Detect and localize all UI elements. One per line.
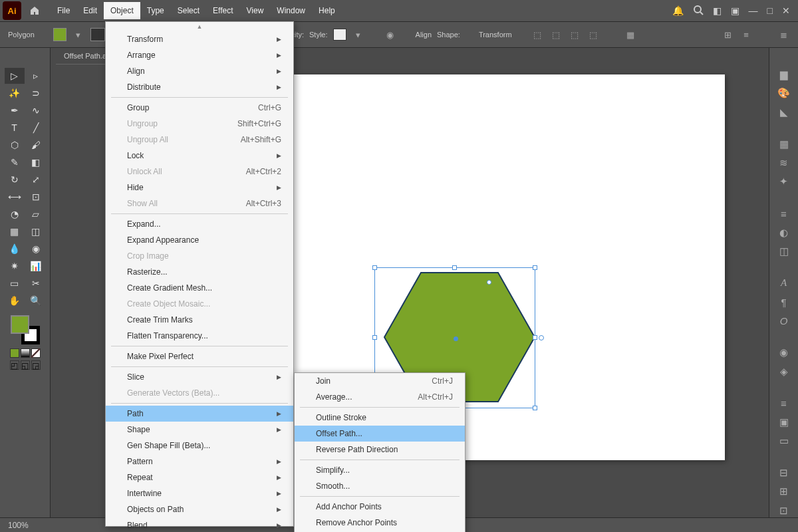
chevron-down-icon[interactable]: ▾	[72, 28, 85, 41]
close-icon[interactable]: ✕	[782, 5, 790, 16]
menu-file[interactable]: File	[51, 2, 76, 19]
shaper-tool[interactable]: ✎	[5, 154, 25, 170]
properties-icon[interactable]: ▆	[775, 68, 793, 81]
shape-label[interactable]: Shape:	[437, 31, 460, 39]
menuitem-blend[interactable]: Blend▶	[106, 517, 293, 532]
home-icon[interactable]	[27, 3, 43, 19]
free-transform-tool[interactable]: ⊡	[26, 189, 46, 205]
rotate-tool[interactable]: ↻	[5, 172, 25, 188]
center-point[interactable]	[454, 336, 458, 341]
color-guide-icon[interactable]: ◣	[775, 106, 793, 119]
menu-select[interactable]: Select	[171, 2, 206, 19]
zoom-tool[interactable]: 🔍	[26, 293, 46, 309]
pref1-icon[interactable]: ⊞	[721, 28, 734, 41]
menuitem-path[interactable]: Path▶	[106, 406, 293, 422]
menuitem-repeat[interactable]: Repeat▶	[106, 469, 293, 485]
menuitem-join[interactable]: JoinCtrl+J	[295, 373, 465, 389]
style-swatch[interactable]	[333, 29, 346, 41]
artboard-tool[interactable]: ▭	[5, 275, 25, 291]
color-icon[interactable]: 🎨	[775, 86, 793, 100]
live-shape-widget[interactable]	[539, 335, 544, 340]
maximize-icon[interactable]: □	[767, 5, 773, 16]
opentype-icon[interactable]: O	[775, 314, 793, 327]
stroke-swatch[interactable]	[90, 28, 105, 41]
none-mode[interactable]	[31, 348, 41, 358]
scale-tool[interactable]: ⤢	[26, 172, 46, 188]
handle-br[interactable]	[533, 406, 537, 410]
menuitem-objects-on-path[interactable]: Objects on Path▶	[106, 501, 293, 517]
menuitem-group[interactable]: GroupCtrl+G	[106, 100, 293, 116]
menuitem-offset-path-[interactable]: Offset Path...	[295, 426, 465, 442]
handle-mr[interactable]	[533, 335, 537, 340]
paragraph-icon[interactable]: ¶	[775, 295, 793, 309]
workspace-icon[interactable]: ◧	[713, 5, 722, 16]
fill-stroke-control[interactable]	[11, 315, 40, 344]
swatches-icon[interactable]: ▦	[775, 138, 793, 151]
menuitem-expand-appearance[interactable]: Expand Appearance	[106, 232, 293, 248]
line-tool[interactable]: ╱	[26, 120, 46, 136]
menu-type[interactable]: Type	[140, 2, 171, 19]
minimize-icon[interactable]: —	[749, 5, 758, 16]
curvature-tool[interactable]: ∿	[26, 102, 46, 118]
menuitem-rasterize-[interactable]: Rasterize...	[106, 264, 293, 280]
fill-color[interactable]	[11, 315, 29, 334]
scroll-up-icon[interactable]: ▲	[197, 23, 203, 30]
menuitem-intertwine[interactable]: Intertwine▶	[106, 485, 293, 501]
menuitem-remove-anchor-points[interactable]: Remove Anchor Points	[295, 515, 465, 531]
chevron-down-icon[interactable]: ▾	[352, 28, 365, 41]
asset-export-icon[interactable]: ▣	[775, 416, 793, 429]
pref3-icon[interactable]: ≣	[777, 28, 790, 41]
search-icon[interactable]	[693, 5, 704, 17]
isolate-icon[interactable]: ⬚	[531, 28, 544, 41]
graph-tool[interactable]: 📊	[26, 258, 46, 274]
menuitem-hide[interactable]: Hide▶	[106, 180, 293, 196]
align-panel-icon[interactable]: ⊟	[775, 466, 793, 479]
menuitem-simplify-[interactable]: Simplify...	[295, 462, 465, 478]
isolate3-icon[interactable]: ⬚	[568, 28, 581, 41]
gradient-icon[interactable]: ◐	[775, 225, 793, 239]
pref2-icon[interactable]: ≡	[739, 28, 753, 41]
handle-tl[interactable]	[372, 265, 377, 270]
width-tool[interactable]: ⟷	[5, 189, 25, 205]
menuitem-add-anchor-points[interactable]: Add Anchor Points	[295, 499, 465, 515]
menu-effect[interactable]: Effect	[206, 2, 239, 19]
draw-normal[interactable]: ◰	[10, 360, 19, 370]
menuitem-slice[interactable]: Slice▶	[106, 369, 293, 385]
symbol-sprayer-tool[interactable]: ✷	[5, 258, 25, 274]
arrange-icon[interactable]: ▣	[731, 5, 739, 16]
paintbrush-tool[interactable]: 🖌	[26, 137, 46, 153]
transparency-icon[interactable]: ◫	[775, 245, 793, 258]
menuitem-reverse-path-direction[interactable]: Reverse Path Direction	[295, 442, 465, 458]
menuitem-create-trim-marks[interactable]: Create Trim Marks	[106, 312, 293, 328]
menuitem-pattern[interactable]: Pattern▶	[106, 454, 293, 469]
menuitem-outline-stroke[interactable]: Outline Stroke	[295, 410, 465, 426]
fill-swatch[interactable]	[53, 28, 66, 41]
mesh-tool[interactable]: ▦	[5, 223, 25, 239]
menuitem-expand-[interactable]: Expand...	[106, 216, 293, 232]
menuitem-smooth-[interactable]: Smooth...	[295, 478, 465, 494]
menuitem-lock[interactable]: Lock▶	[106, 148, 293, 164]
menuitem-average-[interactable]: Average...Alt+Ctrl+J	[295, 389, 465, 405]
menuitem-make-pixel-perfect[interactable]: Make Pixel Perfect	[106, 348, 293, 364]
hand-tool[interactable]: ✋	[5, 293, 25, 309]
type-tool[interactable]: T	[5, 120, 25, 136]
artboards-icon[interactable]: ▭	[775, 434, 793, 448]
layers-icon[interactable]: ≡	[775, 396, 793, 410]
symbols-icon[interactable]: ✦	[775, 175, 793, 188]
brushes-icon[interactable]: ≋	[775, 156, 793, 170]
stroke-icon[interactable]: ≡	[775, 207, 793, 220]
magic-wand-tool[interactable]: ✨	[5, 85, 25, 101]
corner-widget[interactable]	[487, 280, 491, 285]
slice-tool[interactable]: ✂	[26, 275, 46, 291]
eraser-tool[interactable]: ◧	[26, 154, 46, 170]
blend-tool[interactable]: ◉	[26, 241, 46, 257]
direct-selection-tool[interactable]: ▹	[26, 68, 46, 84]
menuitem-create-gradient-mesh-[interactable]: Create Gradient Mesh...	[106, 280, 293, 296]
menuitem-align[interactable]: Align▶	[106, 63, 293, 79]
notification-icon[interactable]: 🔔	[672, 5, 684, 16]
lasso-tool[interactable]: ⊃	[26, 85, 46, 101]
menu-view[interactable]: View	[240, 2, 271, 19]
recolor2-icon[interactable]: ▦	[624, 28, 637, 41]
menu-edit[interactable]: Edit	[76, 2, 104, 19]
align-label[interactable]: Align	[416, 31, 432, 39]
